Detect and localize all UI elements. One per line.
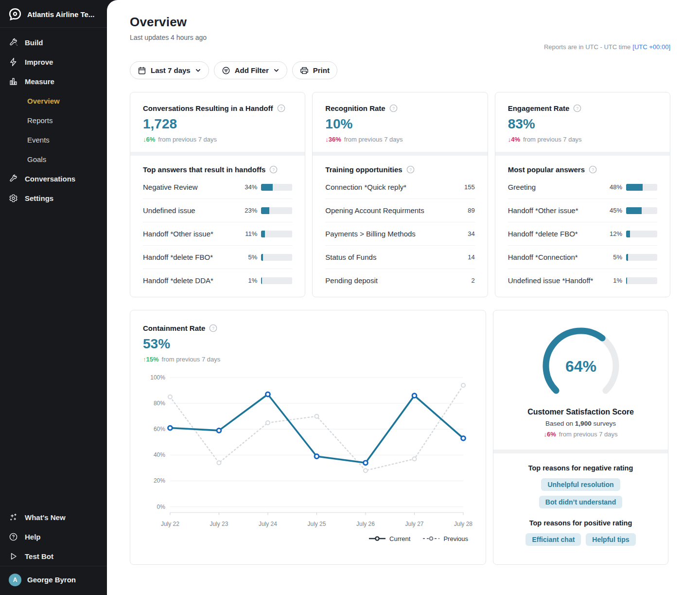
list-item[interactable]: Undefined issue *Handoff*1% xyxy=(508,269,657,292)
sidebar-item-settings[interactable]: Settings xyxy=(0,188,107,208)
item-label: Opening Account Requirments xyxy=(325,206,424,215)
list-item[interactable]: Pending deposit2 xyxy=(325,269,474,292)
gauge-svg: 64% xyxy=(527,325,634,401)
card-title: Containment Rate xyxy=(143,324,205,332)
list-item[interactable]: Handoff *delete DDA*1% xyxy=(143,269,292,292)
survey-count: 1,900 xyxy=(575,420,592,427)
sidebar-item-goals[interactable]: Goals xyxy=(0,149,107,169)
avatar: A xyxy=(9,574,21,586)
chevron-down-icon xyxy=(195,67,201,73)
sidebar-item-test-bot[interactable]: Test Bot xyxy=(0,546,107,566)
chevron-down-icon xyxy=(273,67,280,73)
help-icon[interactable]: ? xyxy=(269,165,278,174)
utc-link[interactable]: [UTC +00:00] xyxy=(632,43,670,51)
svg-text:July 24: July 24 xyxy=(259,521,277,528)
list-item[interactable]: Greeting48% xyxy=(508,176,657,199)
previous-line-swatch-icon xyxy=(423,536,439,541)
sidebar-item-build[interactable]: Build xyxy=(0,33,107,52)
legend-label: Current xyxy=(389,535,410,542)
svg-text:July 22: July 22 xyxy=(161,521,179,528)
list-item[interactable]: Handoff *Connection*5% xyxy=(508,246,657,269)
sidebar-item-label: Overview xyxy=(27,97,60,105)
help-circle-icon xyxy=(9,532,18,541)
sidebar-item-help[interactable]: Help xyxy=(0,527,107,546)
list-item[interactable]: Connection *Quick reply*155 xyxy=(325,176,474,199)
list-title: Training opportunities xyxy=(325,165,402,174)
date-range-button[interactable]: Last 7 days xyxy=(130,61,209,79)
item-value: 45% xyxy=(606,207,622,214)
sidebar-item-overview[interactable]: Overview xyxy=(0,91,107,110)
help-icon[interactable]: ? xyxy=(406,165,415,174)
item-label: Connection *Quick reply* xyxy=(325,183,406,191)
toolbar: Last 7 days Add Filter Print xyxy=(130,61,670,79)
section-divider xyxy=(493,450,668,453)
sidebar-item-whats-new[interactable]: What's New xyxy=(0,507,107,527)
list-item[interactable]: Status of Funds14 xyxy=(325,246,474,269)
percent-bar xyxy=(261,207,292,214)
list-item[interactable]: Handoff *Other issue*11% xyxy=(143,222,292,246)
item-label: Pending deposit xyxy=(325,276,378,285)
section-divider xyxy=(130,152,305,156)
help-icon[interactable]: ? xyxy=(209,324,217,332)
list-title: Top answers that result in handoffs xyxy=(143,165,265,174)
sidebar-item-measure[interactable]: Measure xyxy=(0,72,107,91)
legend-current[interactable]: Current xyxy=(369,535,410,542)
app-window: Atlantis Airline Te... Build Improve Mea… xyxy=(0,0,700,595)
list-item[interactable]: Handoff *delete FBO*12% xyxy=(508,222,657,246)
csat-card: 64% Customer Satisfaction Score Based on… xyxy=(493,310,668,565)
main-content: Overview Last updates 4 hours ago Report… xyxy=(107,0,700,595)
help-icon[interactable]: ? xyxy=(589,165,597,174)
positive-reason-chips: Efficiant chatHelpful tips xyxy=(503,533,658,546)
sidebar-item-label: Improve xyxy=(25,58,53,66)
legend-previous[interactable]: Previous xyxy=(423,535,468,542)
filter-icon xyxy=(222,66,230,75)
play-icon xyxy=(9,552,18,561)
user-menu[interactable]: A George Byron xyxy=(0,566,107,593)
item-value: 2 xyxy=(458,277,475,284)
print-button[interactable]: Print xyxy=(292,61,337,79)
list-item[interactable]: Undefined issue23% xyxy=(143,199,292,222)
sidebar-item-reports[interactable]: Reports xyxy=(0,110,107,130)
sidebar-item-conversations[interactable]: Conversations xyxy=(0,169,107,188)
sidebar-item-events[interactable]: Events xyxy=(0,130,107,149)
percent-bar xyxy=(626,207,657,214)
help-icon[interactable]: ? xyxy=(277,104,285,112)
svg-text:60%: 60% xyxy=(154,426,165,433)
reason-chip: Bot didn’t understand xyxy=(539,496,622,508)
list-item[interactable]: Handoff *Other issue*45% xyxy=(508,199,657,222)
ada-logo-icon xyxy=(9,8,21,20)
printer-icon xyxy=(300,66,309,75)
svg-text:?: ? xyxy=(592,167,594,172)
help-icon[interactable]: ? xyxy=(573,104,581,112)
item-value: 155 xyxy=(458,183,475,191)
item-value: 1% xyxy=(241,277,257,284)
sidebar-item-improve[interactable]: Improve xyxy=(0,52,107,72)
item-value: 89 xyxy=(458,207,475,214)
delta-value: ↓36% xyxy=(325,136,341,143)
reason-chip: Helpful tips xyxy=(586,533,635,546)
item-value: 23% xyxy=(241,207,257,214)
add-filter-button[interactable]: Add Filter xyxy=(214,61,287,79)
metric-value: 10% xyxy=(325,116,474,132)
percent-bar xyxy=(261,184,292,191)
percent-bar xyxy=(626,184,657,191)
page-title: Overview xyxy=(130,15,670,30)
item-label: Handoff *Connection* xyxy=(508,253,578,261)
item-value: 11% xyxy=(241,230,257,237)
help-icon[interactable]: ? xyxy=(389,104,398,112)
list-title: Most popular answers xyxy=(508,165,585,174)
sidebar: Atlantis Airline Te... Build Improve Mea… xyxy=(0,0,107,595)
sidebar-item-label: Build xyxy=(25,38,43,47)
list-item[interactable]: Handoff *delete FBO*5% xyxy=(143,246,292,269)
delta-suffix: from previous 7 days xyxy=(162,356,221,363)
item-label: Handoff *Other issue* xyxy=(508,206,578,215)
wrench-icon xyxy=(9,38,18,47)
list-item[interactable]: Payments > Billing Methods34 xyxy=(325,222,474,246)
svg-text:?: ? xyxy=(576,106,578,111)
csat-title: Customer Satisfaction Score xyxy=(506,408,655,416)
workspace-switcher[interactable]: Atlantis Airline Te... xyxy=(0,0,107,28)
item-label: Handoff *delete DDA* xyxy=(143,276,213,285)
sidebar-item-label: What's New xyxy=(25,513,66,522)
list-item[interactable]: Negative Review34% xyxy=(143,176,292,199)
list-item[interactable]: Opening Account Requirments89 xyxy=(325,199,474,222)
